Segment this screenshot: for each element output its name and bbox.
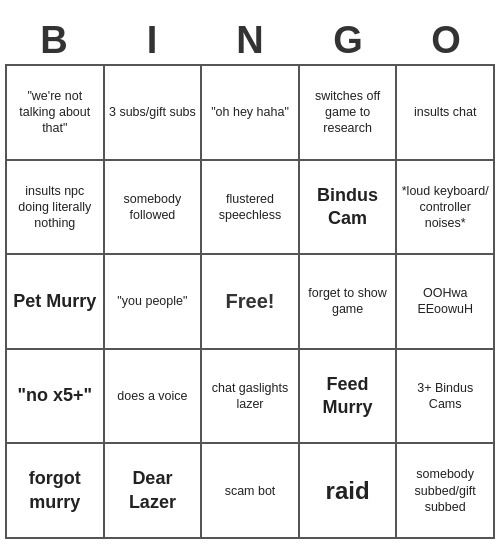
cell-19: 3+ Bindus Cams	[397, 350, 495, 445]
cell-7: flustered speechless	[202, 161, 300, 256]
cell-17: chat gaslights lazer	[202, 350, 300, 445]
cell-4: insults chat	[397, 66, 495, 161]
cell-9: *loud keyboard/ controller noises*	[397, 161, 495, 256]
cell-14: OOHwa EEoowuH	[397, 255, 495, 350]
letter-n: N	[206, 19, 294, 62]
cell-11: "you people"	[105, 255, 203, 350]
bingo-header	[5, 5, 495, 17]
cell-3: switches off game to research	[300, 66, 398, 161]
cell-8: Bindus Cam	[300, 161, 398, 256]
letter-i: I	[108, 19, 196, 62]
cell-10: Pet Murry	[7, 255, 105, 350]
cell-2: "oh hey haha"	[202, 66, 300, 161]
cell-16: does a voice	[105, 350, 203, 445]
cell-0: "we're not talking about that"	[7, 66, 105, 161]
bingo-card: B I N G O "we're not talking about that"…	[5, 5, 495, 539]
cell-5: insults npc doing literally nothing	[7, 161, 105, 256]
cell-15: "no x5+"	[7, 350, 105, 445]
letter-g: G	[304, 19, 392, 62]
letter-b: B	[10, 19, 98, 62]
cell-21: Dear Lazer	[105, 444, 203, 539]
cell-22: scam bot	[202, 444, 300, 539]
cell-24: somebody subbed/gift subbed	[397, 444, 495, 539]
cell-23: raid	[300, 444, 398, 539]
cell-20: forgot murry	[7, 444, 105, 539]
cell-6: somebody followed	[105, 161, 203, 256]
cell-13: forget to show game	[300, 255, 398, 350]
cell-12-free: Free!	[202, 255, 300, 350]
cell-1: 3 subs/gift subs	[105, 66, 203, 161]
letter-o: O	[402, 19, 490, 62]
cell-18: Feed Murry	[300, 350, 398, 445]
bingo-grid: "we're not talking about that" 3 subs/gi…	[5, 64, 495, 539]
